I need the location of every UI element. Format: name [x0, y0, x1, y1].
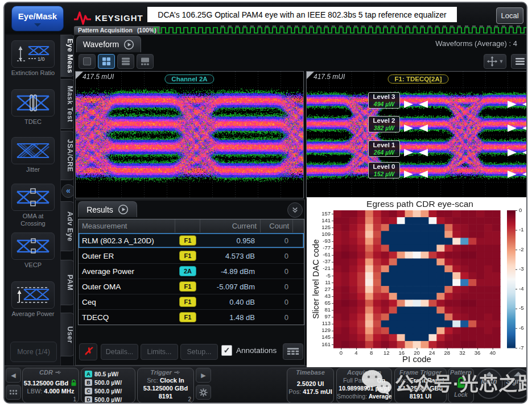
level-marker-icon: [403, 148, 428, 159]
double-chevron-down-icon: [291, 206, 299, 214]
lbw-label: LBW:: [27, 388, 43, 394]
channel-power-value: 500.0 µW/: [94, 388, 122, 394]
pattern-acquisition-label: Pattern Acquisition: [78, 26, 133, 35]
trigger-status-panel[interactable]: Trigger Src: Clock In 53.125000 GBd 8191…: [137, 368, 194, 403]
trigger-src-label: Src:: [147, 377, 158, 384]
sidebar-item-label: VECP: [10, 261, 56, 269]
frame-trigger-status-panel[interactable]: Frame Trigger Src: Front Panel 53.125000…: [394, 368, 447, 403]
timebase-pos-value: 417.5 mUI: [303, 388, 332, 395]
table-row[interactable]: Average Power2A-4.89 dBm0: [79, 263, 304, 279]
details-button[interactable]: Details...: [101, 344, 138, 360]
timebase-status-panel[interactable]: Timebase 2.5020 UI Pos: 417.5 mUI: [287, 368, 334, 403]
channel-b-power: B500.0 µW/: [81, 379, 135, 387]
chevron-down-icon: [34, 23, 41, 27]
frame-trigger-src-value: Front Panel: [410, 377, 444, 384]
results-footer: ✗ Details... Limits... Setup... ✓ Annota…: [78, 343, 303, 360]
play-circle-icon: [123, 39, 134, 50]
sidebar-item-label: Jitter: [10, 166, 56, 173]
eye-panel-tdecq: 417.5 mUI F1: TDECQ[2A] Level 3494 µWLev…: [306, 71, 527, 198]
trigger-pattern-length: 8191: [138, 392, 193, 400]
tab-adv-eye[interactable]: Adv Eye: [60, 201, 75, 251]
math-button[interactable]: Math: [475, 368, 503, 399]
channel-2a-badge[interactable]: Channel 2A: [164, 74, 214, 84]
tab-jsa-cre[interactable]: JSA/CRE: [60, 131, 75, 180]
measurement-name: TDECQ: [79, 313, 175, 322]
annotation-table-button[interactable]: [283, 343, 303, 360]
count-value: 0: [261, 252, 293, 260]
level-annotation-level-3: Level 3494 µW: [368, 92, 400, 109]
results-section: Results Measurement Current Count RLM (8…: [75, 200, 305, 366]
acquisition-status-panel[interactable]: Acquisition Full Pattern: On 10.98998901…: [336, 368, 392, 403]
level-annotation-level-1: Level 1264 µW: [368, 140, 400, 157]
settings-button[interactable]: [196, 385, 211, 400]
full-pattern-label: Full Pattern:: [343, 377, 376, 384]
sidebar-item-vecp[interactable]: VECP: [10, 232, 56, 269]
setup-button[interactable]: Setup...: [180, 344, 218, 360]
tab-waveform[interactable]: Waveform: [76, 36, 141, 52]
level-value: 382 µW: [370, 124, 398, 132]
keypad-button[interactable]: [6, 385, 21, 400]
current-value: 1.48 dB: [200, 313, 261, 322]
frame-trigger-title: Frame Trigger: [395, 368, 446, 376]
current-value: -5.097 dBm: [200, 283, 261, 291]
level-name: Level 0: [370, 163, 398, 171]
layout-custom-button[interactable]: [137, 54, 154, 69]
table-row[interactable]: RLM (802.3 A_120D)F10.9580: [79, 232, 304, 248]
signals-button[interactable]: Signals: [504, 368, 527, 399]
panel-index: 2: [188, 396, 191, 402]
chevron-up-icon: [514, 372, 523, 376]
count-value: 0: [261, 267, 293, 276]
eye-mask-mode-button[interactable]: Eye/Mask: [11, 6, 64, 31]
measurement-sidebar: More (1/4) 1/0Extinction RatioTDECJitter…: [6, 35, 61, 366]
channel-power-value: 500.0 µW/: [94, 379, 122, 386]
level-marker-icon: [507, 124, 527, 135]
status-bar: ◀ CDR 53.125000 GBd LBW: 4.000 MHz 1 A80…: [5, 366, 526, 404]
tab-pam[interactable]: PAM: [60, 260, 75, 305]
layout-single-button[interactable]: [79, 54, 96, 69]
sidebar-item-jitter[interactable]: Jitter: [10, 137, 56, 173]
tab-user[interactable]: User: [60, 313, 75, 356]
tab-eye-meas[interactable]: Eye Meas: [60, 35, 75, 77]
frame-trigger-rate: 53.125000 GBd: [395, 384, 446, 392]
tab-results[interactable]: Results: [78, 201, 137, 217]
column-source: [175, 219, 200, 232]
sidebar-item-extinction-ratio[interactable]: 1/0Extinction Ratio: [10, 40, 56, 77]
more-button[interactable]: More (1/4): [10, 342, 57, 362]
column-count[interactable]: Count: [261, 219, 293, 232]
cdr-status-panel[interactable]: CDR 53.125000 GBd LBW: 4.000 MHz 1: [22, 368, 79, 403]
column-measurement[interactable]: Measurement: [79, 219, 175, 232]
level-marker-icon: [403, 100, 428, 111]
table-row[interactable]: CeqF10.40 dB0: [79, 294, 304, 309]
sidebar-item-average-power[interactable]: Average Power: [10, 281, 56, 318]
table-row[interactable]: TDECQF11.48 dB0: [79, 309, 304, 325]
table-row[interactable]: Outer ERF14.573 dB0: [79, 248, 304, 263]
results-collapse-button[interactable]: [287, 202, 303, 218]
sidebar-item-oma-at-crossing[interactable]: OMA at Crossing: [10, 184, 56, 227]
scroll-left-button[interactable]: ◀: [6, 368, 21, 383]
annotations-checkbox[interactable]: ✓: [221, 345, 232, 356]
level-value: 264 µW: [370, 149, 398, 156]
lbw-value: 4.000 MHz: [44, 388, 74, 394]
menu-button[interactable]: [511, 54, 527, 69]
pattern-lock-panel[interactable]: Pattern Lock: [448, 368, 474, 403]
column-current[interactable]: Current: [200, 219, 261, 232]
limits-button[interactable]: Limits...: [141, 344, 178, 360]
usb-icon: [174, 370, 181, 375]
layout-stacked-button[interactable]: [117, 54, 134, 69]
delete-measurement-button[interactable]: ✗: [79, 343, 97, 360]
timebase-scale: 2.5020 UI: [287, 380, 333, 388]
current-value: 0.958: [200, 236, 261, 245]
scroll-right-button[interactable]: ▶: [196, 368, 211, 383]
level-name: Level 2: [370, 117, 398, 124]
local-button[interactable]: Local: [496, 7, 523, 24]
pan-tool-button[interactable]: ▼: [484, 54, 506, 69]
measurement-name: Outer ER: [79, 252, 175, 260]
table-row[interactable]: Outer OMAF1-5.097 dBm0: [79, 279, 304, 294]
layout-quad-button[interactable]: [98, 54, 115, 69]
waveforms-average-status: Waveforms (Average) : 4: [435, 39, 517, 48]
tab-mask-test[interactable]: Mask Test: [60, 79, 75, 129]
sidebar-item-tdec[interactable]: TDEC: [10, 89, 56, 126]
chart-title: Egress path CDR eye-scan: [307, 199, 527, 209]
channel-power-panel[interactable]: A80.5 µW/B500.0 µW/C500.0 µW/D500.0 µW/: [81, 368, 135, 403]
f1-tdecq-badge[interactable]: F1: TDECQ[2A]: [387, 74, 448, 84]
